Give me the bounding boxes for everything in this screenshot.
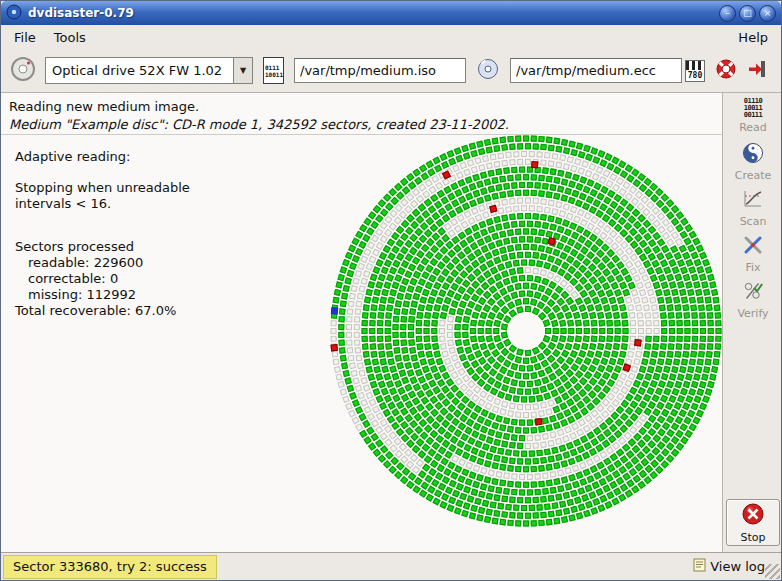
main-content: Reading new medium image. Medium "Exampl…: [1, 93, 722, 554]
readable-value: 229600: [94, 255, 144, 270]
toolbar: Optical drive 52X FW 1.02 ▼ 0111 10011 7…: [1, 49, 781, 93]
stopping-line-1: Stopping when unreadable: [15, 180, 190, 196]
menubar: File Tools Help: [1, 25, 781, 49]
readable-row: readable: 229600: [15, 255, 190, 271]
percent-check-icon: [742, 280, 764, 305]
app-icon: [6, 4, 22, 23]
preferences-icon-pattern: [686, 61, 704, 70]
create-button-label: Create: [735, 169, 772, 182]
preferences-icon-digits: 780: [686, 70, 704, 81]
binary-row: 00111: [744, 112, 763, 119]
minimize-icon[interactable]: –: [719, 5, 736, 22]
stop-button[interactable]: Stop: [726, 499, 780, 546]
verify-button-label: Verify: [737, 307, 768, 320]
yin-yang-icon: [742, 142, 764, 167]
help-lifering-icon[interactable]: [715, 58, 737, 83]
status-message: Sector 333680, try 2: success: [3, 555, 217, 579]
missing-label: missing:: [28, 287, 82, 302]
quit-icon[interactable]: [747, 59, 767, 82]
chevron-down-icon[interactable]: ▼: [233, 58, 252, 83]
app-window: dvdisaster-0.79 – □ × File Tools Help Op…: [0, 0, 782, 581]
ecc-file-icon[interactable]: [476, 57, 500, 84]
fix-button[interactable]: Fix: [723, 231, 782, 277]
drive-select-value: Optical drive 52X FW 1.02: [46, 58, 233, 83]
menu-help[interactable]: Help: [729, 27, 777, 48]
close-icon[interactable]: ×: [759, 5, 776, 22]
menu-tools[interactable]: Tools: [45, 27, 95, 48]
stop-icon: [741, 502, 765, 529]
correctable-row: correctable: 0: [15, 271, 190, 287]
stopping-line-2: intervals < 16.: [15, 196, 190, 212]
ecc-file-input[interactable]: [510, 58, 682, 83]
log-icon: [693, 558, 706, 575]
image-file-icon-row: 0111: [265, 64, 282, 71]
correctable-value: 0: [110, 271, 118, 286]
total-recoverable-label: Total recoverable:: [15, 303, 131, 318]
missing-row: missing: 112992: [15, 287, 190, 303]
preferences-icon[interactable]: 780: [685, 60, 705, 82]
image-file-icon-row: 10011: [265, 71, 282, 78]
missing-value: 112992: [86, 287, 136, 302]
image-file-input[interactable]: [294, 58, 466, 83]
statusbar: Sector 333680, try 2: success View log: [1, 552, 781, 580]
binary-read-icon: 01110 10011 00111: [744, 98, 763, 119]
verify-button[interactable]: Verify: [723, 277, 782, 323]
read-button[interactable]: 01110 10011 00111 Read: [723, 93, 782, 139]
resize-grip[interactable]: [765, 564, 780, 579]
total-recoverable-row: Total recoverable: 67.0%: [15, 303, 190, 319]
drive-select[interactable]: Optical drive 52X FW 1.02 ▼: [45, 57, 253, 84]
reading-info-panel: Adaptive reading: Stopping when unreadab…: [15, 149, 190, 319]
menu-file[interactable]: File: [5, 27, 45, 48]
tools-icon: [742, 234, 764, 259]
view-log-button[interactable]: View log: [693, 558, 765, 575]
read-button-label: Read: [739, 121, 767, 134]
drive-icon[interactable]: [9, 55, 37, 86]
adaptive-reading-heading: Adaptive reading:: [15, 149, 190, 165]
maximize-icon[interactable]: □: [739, 5, 756, 22]
readable-label: readable:: [28, 255, 89, 270]
create-button[interactable]: Create: [723, 139, 782, 185]
image-file-icon[interactable]: 0111 10011: [263, 57, 284, 84]
window-title: dvdisaster-0.79: [28, 6, 134, 20]
toolbar-right-group: 780: [685, 58, 773, 83]
sidebar: 01110 10011 00111 Read Create: [722, 93, 782, 554]
correctable-label: correctable:: [28, 271, 106, 286]
titlebar: dvdisaster-0.79 – □ ×: [1, 1, 781, 25]
stop-button-label: Stop: [740, 531, 765, 544]
view-log-label: View log: [710, 559, 765, 574]
fix-button-label: Fix: [745, 261, 760, 274]
scan-button[interactable]: Scan: [723, 185, 782, 231]
window-controls: – □ ×: [719, 5, 776, 22]
reading-spiral-canvas: [292, 97, 722, 554]
total-recoverable-value: 67.0%: [135, 303, 176, 318]
scan-button-label: Scan: [740, 215, 767, 228]
scan-chart-icon: [742, 188, 764, 213]
sectors-heading: Sectors processed: [15, 239, 190, 255]
